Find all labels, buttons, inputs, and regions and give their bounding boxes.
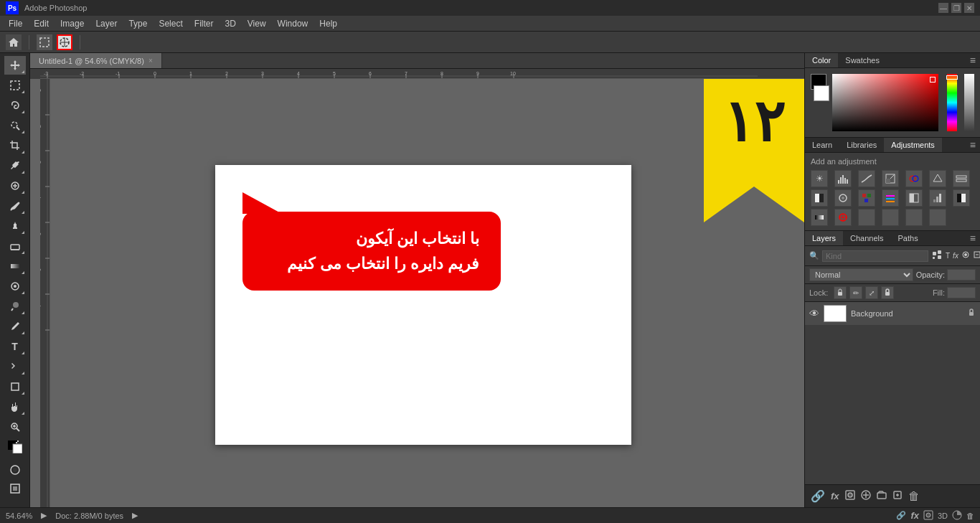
tool-shape[interactable]	[4, 377, 26, 396]
color-picker-area[interactable]	[832, 74, 938, 131]
new-layer-button[interactable]	[891, 489, 904, 504]
adj-channel-mix[interactable]	[858, 189, 875, 207]
menu-image[interactable]: Image	[55, 17, 90, 30]
alpha-strip[interactable]	[964, 74, 974, 131]
menu-window[interactable]: Window	[272, 17, 314, 30]
tool-lasso[interactable]	[4, 96, 26, 115]
adj-selective-color[interactable]	[834, 209, 852, 226]
fx-button[interactable]: fx	[829, 489, 841, 503]
adj-color-lookup[interactable]	[882, 189, 899, 207]
background-swatch[interactable]	[814, 85, 829, 101]
tab-layers[interactable]: Layers	[805, 231, 843, 245]
tool-heal[interactable]	[4, 176, 26, 195]
tool-quick-select[interactable]	[4, 116, 26, 135]
menu-layer[interactable]: Layer	[90, 17, 123, 30]
adj-bw[interactable]	[811, 189, 828, 207]
layers-opacity-input[interactable]: 100%	[947, 269, 976, 281]
tool-blur[interactable]	[4, 277, 26, 296]
layers-fill-input[interactable]: 100%	[947, 287, 976, 298]
tool-clone[interactable]	[4, 217, 26, 235]
tab-adjustments[interactable]: Adjustments	[884, 138, 942, 152]
menu-file[interactable]: File	[3, 17, 28, 30]
menu-type[interactable]: Type	[123, 17, 153, 30]
menu-help[interactable]: Help	[314, 17, 343, 30]
tool-mask[interactable]	[4, 461, 26, 479]
adj-empty1[interactable]	[858, 209, 875, 226]
adj-levels[interactable]	[834, 170, 852, 187]
layer-background[interactable]: 👁 Background	[805, 302, 980, 326]
color-gradient[interactable]	[832, 74, 938, 131]
layers-search-input[interactable]	[822, 250, 928, 262]
status-expand[interactable]: ▶	[132, 511, 138, 520]
circle-marquee-icon[interactable]	[57, 34, 72, 50]
adj-threshold[interactable]	[953, 189, 970, 207]
tool-move[interactable]	[4, 56, 26, 75]
adj-brightness[interactable]: ☀	[811, 170, 828, 187]
tool-fg-bg[interactable]	[4, 438, 26, 456]
adj-exposure[interactable]	[882, 170, 899, 187]
adj-vibrance[interactable]	[905, 170, 923, 187]
menu-3d[interactable]: 3D	[219, 17, 241, 30]
tool-eraser[interactable]	[4, 237, 26, 255]
tool-gradient[interactable]	[4, 257, 26, 275]
menu-select[interactable]: Select	[153, 17, 188, 30]
trash-icon[interactable]: 🗑	[966, 512, 974, 520]
adj-panel-options[interactable]: ≡	[966, 139, 980, 151]
color-picker-handle[interactable]	[930, 77, 936, 83]
rect-marquee-icon[interactable]	[37, 34, 52, 50]
tool-hand[interactable]	[4, 397, 26, 416]
adj-posterize[interactable]	[929, 189, 946, 207]
menu-view[interactable]: View	[242, 17, 272, 30]
tab-color[interactable]: Color	[805, 53, 838, 67]
lock-pixels-icon[interactable]	[834, 286, 847, 299]
adj-empty2[interactable]	[882, 209, 899, 226]
tool-rect-select[interactable]	[4, 76, 26, 95]
tool-text[interactable]: T	[4, 337, 26, 356]
tool-path-select[interactable]	[4, 357, 26, 376]
tab-channels[interactable]: Channels	[843, 231, 890, 245]
hue-strip[interactable]	[947, 74, 957, 131]
menu-edit[interactable]: Edit	[28, 17, 55, 30]
adj-curves[interactable]	[858, 170, 875, 187]
add-mask-button[interactable]	[844, 489, 857, 504]
tab-swatches[interactable]: Swatches	[838, 53, 887, 67]
window-controls[interactable]: — ❐ ✕	[938, 3, 974, 13]
tool-pen[interactable]	[4, 317, 26, 336]
new-group-button[interactable]	[875, 489, 888, 504]
adj-gradient-map[interactable]	[811, 209, 828, 226]
lock-move-icon[interactable]: ✏	[849, 286, 862, 299]
layers-options-button[interactable]: ≡	[966, 232, 980, 244]
adj-empty3[interactable]	[905, 209, 923, 226]
lock-all-icon[interactable]	[881, 286, 894, 299]
maximize-button[interactable]: ❐	[951, 3, 961, 13]
color-status-icon[interactable]	[952, 510, 962, 522]
add-adj-layer-button[interactable]	[859, 489, 872, 504]
menu-filter[interactable]: Filter	[189, 17, 220, 30]
tool-brush[interactable]	[4, 197, 26, 215]
tool-crop[interactable]	[4, 136, 26, 155]
layer-visibility-icon[interactable]: 👁	[809, 308, 819, 319]
tool-dodge[interactable]	[4, 297, 26, 316]
link-layers-button[interactable]: 🔗	[809, 488, 826, 504]
tab-libraries[interactable]: Libraries	[839, 138, 884, 152]
tool-eyedropper[interactable]	[4, 156, 26, 175]
tab-untitled[interactable]: Untitled-1 @ 54.6% (CMYK/8) ×	[30, 53, 162, 68]
mask-status-icon[interactable]	[923, 510, 933, 522]
tool-mode[interactable]	[4, 479, 26, 498]
delete-layer-button[interactable]: 🗑	[907, 489, 921, 504]
color-panel-options[interactable]: ≡	[966, 55, 980, 66]
tool-zoom[interactable]	[4, 418, 26, 436]
adj-invert[interactable]	[905, 189, 923, 207]
adj-photo-filter[interactable]	[834, 189, 852, 207]
filter-icon[interactable]	[931, 249, 943, 263]
tab-paths[interactable]: Paths	[891, 231, 925, 245]
minimize-button[interactable]: —	[938, 3, 948, 13]
link-icon[interactable]: 🔗	[896, 511, 906, 520]
home-icon[interactable]	[6, 34, 22, 50]
tab-close-button[interactable]: ×	[149, 57, 153, 65]
close-button[interactable]: ✕	[964, 3, 974, 13]
tab-learn[interactable]: Learn	[805, 138, 839, 152]
adj-color-balance[interactable]	[953, 170, 970, 187]
lock-artboards-icon[interactable]: ⤢	[865, 286, 878, 299]
adj-hsl[interactable]	[929, 170, 946, 187]
